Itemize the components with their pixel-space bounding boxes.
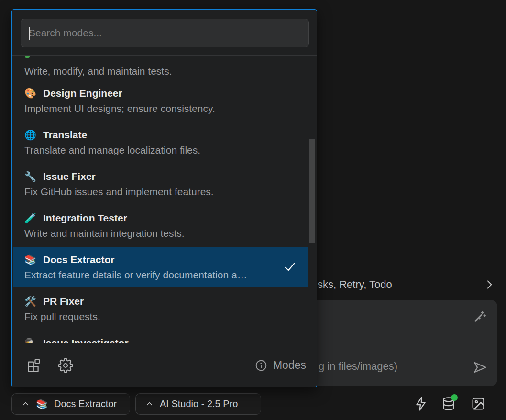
image-icon[interactable] [471,396,486,411]
hammer-wrench-emoji-icon: 🛠️ [24,295,37,308]
mode-name: Issue Investigator [43,337,129,343]
dropdown-footer: Modes [12,343,317,387]
enhance-prompt-wand-icon[interactable] [472,309,487,325]
checkmark-icon [283,260,297,274]
mode-item-pr-fixer[interactable]: 🛠️ PR Fixer Fix pull requests. [13,288,308,329]
mode-description: Implement UI designs; ensure consistency… [24,102,281,115]
database-icon[interactable] [441,396,456,411]
books-emoji-icon: 📚 [36,398,48,410]
mode-chip-label: Docs Extractor [54,398,117,409]
marketplace-icon[interactable] [26,358,42,373]
mode-description: Fix GitHub issues and implement features… [24,186,281,198]
text-cursor [29,27,30,40]
mode-item-issue-investigator[interactable]: 🕵️ Issue Investigator [13,330,308,343]
wrench-emoji-icon: 🔧 [24,170,37,183]
mode-selector-chip[interactable]: 📚 Docs Extractor [11,393,130,415]
app-window: sks, Retry, Todo g in files/images) 📚 Do… [0,0,506,420]
mode-item-translate[interactable]: 🌐 Translate Translate and manage localiz… [13,122,308,162]
chevron-right-icon[interactable] [483,278,495,291]
chat-input-placeholder: g in files/images) [319,360,397,373]
mode-description: Write and maintain integration tests. [24,227,281,240]
mode-list: Write, modify, and maintain tests. 🎨 Des… [13,56,308,343]
mode-name: Design Engineer [43,87,122,99]
mode-name: Integration Tester [43,212,127,224]
mode-name: Issue Fixer [43,170,96,183]
mode-name: Docs Extractor [43,254,114,266]
mode-description: Fix pull requests. [24,310,281,323]
books-emoji-icon: 📚 [24,254,37,266]
scrollbar-thumb[interactable] [309,139,315,243]
info-icon[interactable] [255,359,267,372]
search-input[interactable] [21,19,308,47]
mode-description: Translate and manage localization files. [24,144,281,156]
lightning-icon[interactable] [413,396,429,411]
mode-description: Extract feature details or verify docume… [24,269,281,281]
test-tube-emoji-icon: 🧪 [24,212,37,224]
mode-item-integration-tester[interactable]: 🧪 Integration Tester Write and maintain … [13,205,308,245]
mode-item-design-engineer[interactable]: 🎨 Design Engineer Implement UI designs; … [13,80,308,121]
mode-item-docs-extractor[interactable]: 📚 Docs Extractor Extract feature details… [13,247,308,287]
chevron-up-icon [145,400,154,408]
model-selector-chip[interactable]: AI Studio - 2.5 Pro [135,393,261,415]
gear-icon[interactable] [58,358,73,373]
mode-item-partial[interactable]: Write, modify, and maintain tests. [13,56,308,79]
mode-name: PR Fixer [43,295,84,308]
mode-item-issue-fixer[interactable]: 🔧 Issue Fixer Fix GitHub issues and impl… [13,164,308,204]
chat-input[interactable]: g in files/images) [311,300,497,386]
modes-label: Modes [273,359,306,372]
chevron-up-icon [22,400,30,408]
search-box [21,19,309,47]
mode-picker-dropdown: Write, modify, and maintain tests. 🎨 Des… [11,9,317,387]
globe-emoji-icon: 🌐 [24,129,37,141]
task-header-row[interactable]: sks, Retry, Todo [318,277,495,292]
model-chip-label: AI Studio - 2.5 Pro [160,398,238,409]
detective-emoji-icon: 🕵️ [24,337,37,343]
send-icon[interactable] [472,359,488,376]
mode-name: Translate [43,129,87,141]
task-header-text: sks, Retry, Todo [318,278,392,291]
palette-emoji-icon: 🎨 [24,87,37,99]
green-status-dot [451,394,458,401]
